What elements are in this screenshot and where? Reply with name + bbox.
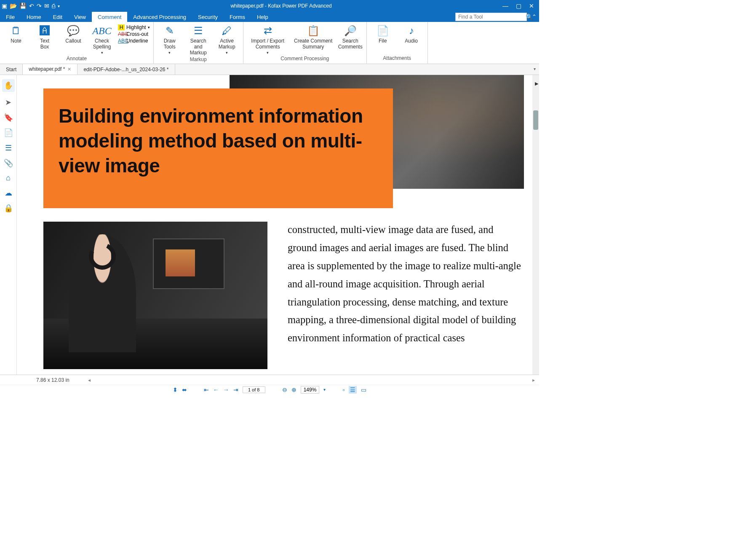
menu-bar: File Home Edit View Comment Advanced Pro… bbox=[0, 12, 539, 22]
body-image bbox=[43, 222, 267, 369]
vertical-scrollbar[interactable]: ▶ bbox=[532, 75, 539, 375]
attach-file-button[interactable]: 📄File bbox=[370, 24, 395, 44]
audio-icon: ♪ bbox=[409, 24, 414, 37]
cloud-panel-icon[interactable]: ☁ bbox=[5, 188, 12, 198]
close-icon[interactable]: ✕ bbox=[67, 67, 71, 72]
callout-button[interactable]: 💬Callout bbox=[61, 24, 86, 44]
search-comments-button[interactable]: 🔎Search Comments bbox=[338, 24, 363, 50]
app-logo-icon: ▣ bbox=[2, 3, 7, 9]
import-export-comments-button[interactable]: ⇄Import / Export Comments▾ bbox=[247, 24, 289, 55]
quick-access-toolbar: ▣ 📂 💾 ↶ ↷ ✉ ⎙ ▾ bbox=[2, 3, 60, 9]
active-markup-icon: 🖊 bbox=[222, 24, 232, 37]
heading-box: Building environment information modelin… bbox=[43, 88, 393, 208]
page-viewport[interactable]: Building environment information modelin… bbox=[17, 75, 539, 375]
tab-start[interactable]: Start bbox=[0, 64, 23, 75]
document-heading: Building environment information modelin… bbox=[59, 104, 378, 178]
document-body-text: constructed, multi-view image data are f… bbox=[288, 221, 524, 347]
undo-icon[interactable]: ↶ bbox=[29, 3, 34, 9]
first-page-icon[interactable]: ⇤ bbox=[204, 386, 209, 393]
comments-panel-icon[interactable]: ☰ bbox=[5, 143, 12, 153]
scrollbar-thumb[interactable] bbox=[533, 110, 538, 130]
status-bar: 7.86 x 12.03 in ◂ ▸ bbox=[0, 375, 539, 385]
callout-icon: 💬 bbox=[67, 24, 80, 37]
search-markup-button[interactable]: ☰Search and Markup bbox=[186, 24, 211, 56]
group-label-comment-processing: Comment Processing bbox=[280, 55, 329, 63]
underline-icon: ABC bbox=[118, 38, 125, 44]
prev-page-icon[interactable]: ← bbox=[213, 386, 219, 393]
zoom-level[interactable]: 149% bbox=[301, 386, 320, 394]
document-tabs: Start whitepaper.pdf *✕ edit-PDF-Adobe-.… bbox=[0, 64, 539, 75]
create-summary-button[interactable]: 📋Create Comment Summary bbox=[292, 24, 334, 50]
ribbon: 🗒Note 🅰Text Box 💬Callout ABCCheck Spelli… bbox=[0, 22, 539, 64]
bookmark-panel-icon[interactable]: 🔖 bbox=[4, 113, 13, 122]
menu-security[interactable]: Security bbox=[192, 12, 224, 22]
security-panel-icon[interactable]: 🔒 bbox=[4, 204, 13, 213]
chevron-down-icon: ▾ bbox=[148, 25, 150, 29]
menu-home[interactable]: Home bbox=[21, 12, 47, 22]
highlight-icon: H bbox=[118, 24, 125, 30]
search-markup-icon: ☰ bbox=[194, 24, 203, 37]
highlight-button[interactable]: HHighlight▾ bbox=[118, 24, 150, 30]
menu-advanced[interactable]: Advanced Processing bbox=[127, 12, 192, 22]
search-comments-icon: 🔎 bbox=[344, 24, 357, 37]
zoom-dropdown-icon[interactable]: ▾ bbox=[323, 387, 326, 392]
facing-view-icon[interactable]: ▭ bbox=[361, 386, 366, 393]
import-export-icon: ⇄ bbox=[264, 24, 272, 37]
continuous-view-icon[interactable]: ☰ bbox=[349, 386, 357, 394]
scan-icon[interactable]: ⎙ bbox=[52, 3, 55, 9]
panel-toggle-icon[interactable]: ▶ bbox=[535, 81, 538, 86]
draw-tools-button[interactable]: ✎Draw Tools▾ bbox=[157, 24, 182, 55]
menu-forms[interactable]: Forms bbox=[224, 12, 251, 22]
open-icon[interactable]: 📂 bbox=[10, 3, 17, 9]
active-markup-button[interactable]: 🖊Active Markup▾ bbox=[214, 24, 240, 55]
scroll-left-icon[interactable]: ◂ bbox=[88, 377, 91, 383]
menu-file[interactable]: File bbox=[0, 12, 21, 22]
fit-page-icon[interactable]: ⬌ bbox=[182, 386, 187, 393]
minimize-icon[interactable]: — bbox=[502, 3, 508, 9]
find-tool-search[interactable]: 🔍 bbox=[455, 13, 527, 21]
save-icon[interactable]: 💾 bbox=[19, 3, 27, 9]
scroll-right-icon[interactable]: ▸ bbox=[532, 377, 535, 383]
page-number-input[interactable] bbox=[243, 386, 265, 393]
attach-audio-button[interactable]: ♪Audio bbox=[399, 24, 424, 44]
search-input[interactable] bbox=[456, 14, 524, 20]
group-label-markup: Markup bbox=[190, 56, 207, 64]
chevron-down-icon: ▾ bbox=[226, 51, 228, 55]
last-page-icon[interactable]: ⇥ bbox=[233, 386, 238, 393]
zoom-in-icon[interactable]: ⊕ bbox=[291, 386, 297, 393]
tab-overflow-icon[interactable]: ▾ bbox=[530, 64, 539, 75]
mail-icon[interactable]: ✉ bbox=[44, 3, 49, 9]
chevron-down-icon: ▾ bbox=[267, 51, 269, 55]
underline-button[interactable]: ABCUnderline bbox=[118, 38, 150, 44]
zoom-out-icon[interactable]: ⊖ bbox=[282, 386, 287, 393]
collapse-ribbon-icon[interactable]: ⌃ bbox=[529, 12, 539, 22]
textbox-icon: 🅰 bbox=[40, 24, 50, 37]
chevron-down-icon: ▾ bbox=[101, 51, 103, 55]
attachments-panel-icon[interactable]: 📎 bbox=[4, 158, 13, 168]
menu-edit[interactable]: Edit bbox=[47, 12, 68, 22]
workspace: ✋ ➤ 🔖 📄 ☰ 📎 ⌂ ☁ 🔒 Building environment i… bbox=[0, 75, 539, 375]
single-page-view-icon[interactable]: ▫ bbox=[342, 386, 345, 393]
file-icon: 📄 bbox=[377, 24, 389, 37]
menu-view[interactable]: View bbox=[68, 12, 92, 22]
fit-width-icon[interactable]: ⬍ bbox=[173, 386, 178, 393]
crossout-button[interactable]: ABCCross-out bbox=[118, 31, 150, 37]
group-comment-processing: ⇄Import / Export Comments▾ 📋Create Comme… bbox=[243, 22, 367, 64]
next-page-icon[interactable]: → bbox=[223, 386, 229, 393]
redo-icon[interactable]: ↷ bbox=[37, 3, 42, 9]
note-button[interactable]: 🗒Note bbox=[3, 24, 29, 44]
maximize-icon[interactable]: ▢ bbox=[516, 3, 521, 9]
stamp-panel-icon[interactable]: ⌂ bbox=[6, 174, 11, 182]
draw-icon: ✎ bbox=[166, 24, 174, 37]
check-spelling-button[interactable]: ABCCheck Spelling▾ bbox=[89, 24, 115, 55]
tab-edit-pdf-adobe[interactable]: edit-PDF-Adobe-...h_us_2024-03-26 * bbox=[77, 64, 175, 75]
tab-whitepaper[interactable]: whitepaper.pdf *✕ bbox=[23, 64, 77, 75]
close-icon[interactable]: ✕ bbox=[529, 3, 534, 9]
hand-tool-icon[interactable]: ✋ bbox=[2, 79, 15, 92]
page-dimensions: 7.86 x 12.03 in bbox=[36, 377, 69, 383]
menu-comment[interactable]: Comment bbox=[92, 12, 127, 22]
select-tool-icon[interactable]: ➤ bbox=[5, 98, 11, 107]
textbox-button[interactable]: 🅰Text Box bbox=[32, 24, 57, 50]
menu-help[interactable]: Help bbox=[251, 12, 274, 22]
pages-panel-icon[interactable]: 📄 bbox=[4, 128, 13, 137]
